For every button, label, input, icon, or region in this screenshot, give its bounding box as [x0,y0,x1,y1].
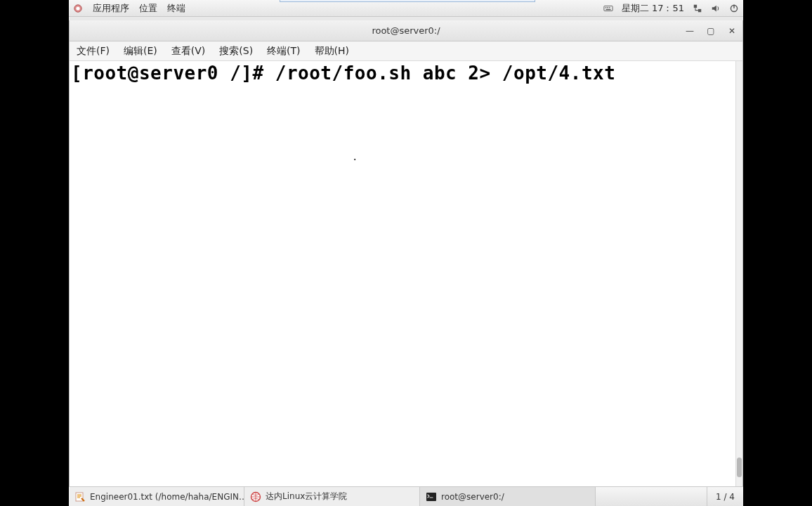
scrollbar[interactable] [735,61,742,487]
taskbar: Engineer01.txt (/home/haha/ENGIN… 达内Linu… [69,486,743,506]
web-icon [250,491,261,502]
window-titlebar[interactable]: root@server0:/ — ▢ ✕ [70,20,742,41]
network-icon[interactable] [693,4,702,13]
menu-applications[interactable]: 应用程序 [93,2,129,15]
svg-rect-8 [698,8,701,11]
svg-rect-11 [76,493,83,501]
workspace-indicator[interactable]: 1 / 4 [707,487,743,506]
svg-rect-6 [605,8,610,9]
terminal-window: root@server0:/ — ▢ ✕ 文件(F) 编辑(E) 查看(V) 搜… [69,20,743,488]
menu-search[interactable]: 搜索(S) [216,44,256,59]
svg-rect-3 [605,7,606,8]
activities-icon [73,4,83,13]
svg-rect-2 [604,6,613,11]
top-panel: 应用程序 位置 终端 星期二 17：51 [69,0,743,17]
terminal-viewport[interactable]: [root@server0 /]# /root/foo.sh abc 2> /o… [70,61,742,487]
menu-terminal-shortcut[interactable]: 终端 [167,2,185,15]
minimize-button[interactable]: — [682,24,698,38]
menu-places[interactable]: 位置 [139,2,157,15]
maximize-button[interactable]: ▢ [703,24,719,38]
taskbar-item-label: 达内Linux云计算学院 [266,491,347,502]
window-title: root@server0:/ [372,25,440,36]
power-icon[interactable] [729,4,739,13]
keyboard-icon[interactable] [603,4,613,13]
terminal-menubar: 文件(F) 编辑(E) 查看(V) 搜索(S) 终端(T) 帮助(H) [70,41,742,61]
menu-terminal[interactable]: 终端(T) [264,44,303,59]
volume-icon[interactable] [711,4,721,13]
taskbar-item-label: Engineer01.txt (/home/haha/ENGIN… [90,492,244,502]
taskbar-item-label: root@server0:/ [441,492,504,502]
menu-help[interactable]: 帮助(H) [312,44,352,59]
taskbar-item-browser[interactable]: 达内Linux云计算学院 [244,487,420,506]
svg-rect-10 [733,4,734,8]
svg-rect-4 [607,7,608,8]
svg-rect-13 [426,493,436,501]
svg-point-1 [76,6,79,10]
workspace-label: 1 / 4 [716,492,735,502]
scrollbar-thumb[interactable] [737,458,742,477]
panel-indicator [280,0,535,2]
panel-datetime[interactable]: 星期二 17：51 [622,2,684,15]
taskbar-item-terminal[interactable]: root@server0:/ [420,487,596,506]
desktop-screen: 应用程序 位置 终端 星期二 17：51 root@server0:/ [69,0,743,506]
cursor-artifact: . [352,151,358,162]
text-editor-icon [74,491,86,502]
svg-rect-7 [694,4,697,7]
terminal-icon [426,491,437,502]
menu-file[interactable]: 文件(F) [74,44,112,59]
terminal-line: [root@server0 /]# /root/foo.sh abc 2> /o… [70,61,742,84]
svg-rect-5 [609,7,610,8]
menu-edit[interactable]: 编辑(E) [121,44,160,59]
close-button[interactable]: ✕ [724,24,740,38]
menu-view[interactable]: 查看(V) [169,44,209,59]
taskbar-item-editor[interactable]: Engineer01.txt (/home/haha/ENGIN… [69,487,244,506]
